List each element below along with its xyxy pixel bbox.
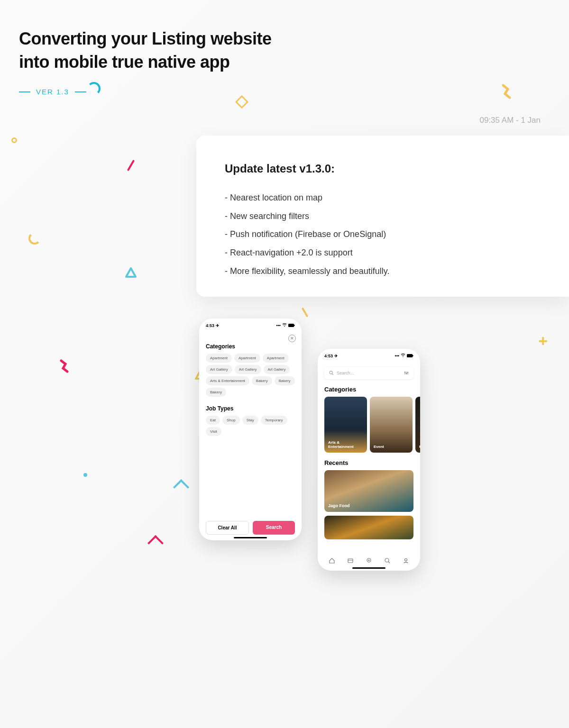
svg-point-6 bbox=[330, 371, 332, 374]
update-card: Update latest v1.3.0: - Nearest location… bbox=[196, 136, 569, 297]
svg-point-18 bbox=[385, 558, 389, 562]
jobtypes-chips: Eat Shop Stay Temporary Visit bbox=[199, 416, 302, 436]
version-label: VER 1.3 bbox=[36, 88, 69, 96]
list-icon[interactable] bbox=[347, 557, 354, 564]
category-chip[interactable]: Art Gallery bbox=[206, 365, 232, 374]
search-input[interactable]: Search... bbox=[324, 367, 413, 379]
jobtype-chip[interactable]: Eat bbox=[206, 416, 220, 425]
jobtype-chip[interactable]: Shop bbox=[222, 416, 240, 425]
pin-icon[interactable] bbox=[366, 557, 372, 564]
search-button[interactable]: Search bbox=[253, 521, 295, 535]
clear-all-button[interactable]: Clear All bbox=[206, 521, 249, 535]
category-chip[interactable]: Apartment bbox=[263, 354, 289, 363]
battery-icon bbox=[288, 323, 295, 328]
category-label: Fo bbox=[419, 445, 420, 449]
version-row: VER 1.3 bbox=[19, 88, 86, 96]
headline-line2: into mobile true native app bbox=[19, 51, 272, 74]
search-placeholder: Search... bbox=[337, 371, 354, 375]
triangle-icon bbox=[125, 267, 137, 279]
recent-label: Jago Food bbox=[328, 503, 350, 508]
category-card[interactable]: Arts & Entertainment bbox=[324, 397, 367, 453]
page-title: Converting your Listing website into mob… bbox=[19, 27, 272, 73]
status-bar: 4:53 ✈ ••• bbox=[199, 318, 302, 330]
phone-filters: 4:53 ✈ ••• ✕ Categories Apartment Apartm… bbox=[199, 318, 302, 540]
update-item: - Push notification (Firebase or OneSign… bbox=[225, 225, 541, 244]
category-card[interactable]: Event bbox=[370, 397, 413, 453]
categories-row[interactable]: Arts & Entertainment Event Fo bbox=[318, 397, 420, 453]
category-chip[interactable]: Bakery bbox=[252, 376, 272, 385]
plus-icon: + bbox=[538, 332, 548, 350]
status-time: 4:53 ✈ bbox=[206, 323, 220, 328]
svg-point-3 bbox=[403, 356, 404, 357]
recent-card[interactable] bbox=[324, 516, 413, 539]
search-icon[interactable] bbox=[384, 557, 391, 564]
categories-heading: Categories bbox=[199, 343, 302, 350]
svg-rect-14 bbox=[348, 559, 353, 563]
diagonal-line-icon bbox=[127, 160, 135, 172]
bottom-nav bbox=[318, 555, 420, 567]
update-item: - New searching filters bbox=[225, 207, 541, 226]
recent-card[interactable]: Jago Food bbox=[324, 470, 413, 512]
timestamp: 09:35 AM - 1 Jan bbox=[479, 116, 541, 125]
diamond-icon bbox=[235, 95, 248, 109]
update-title: Update latest v1.3.0: bbox=[225, 162, 541, 175]
signal-icon: ••• bbox=[276, 323, 281, 328]
svg-line-7 bbox=[332, 374, 334, 375]
category-chip[interactable]: Art Gallery bbox=[235, 365, 261, 374]
update-list: - Nearest location on map - New searchin… bbox=[225, 189, 541, 280]
user-icon[interactable] bbox=[403, 557, 409, 564]
svg-point-0 bbox=[284, 326, 285, 327]
jobtype-chip[interactable]: Visit bbox=[206, 427, 221, 436]
arc-icon bbox=[87, 82, 101, 95]
svg-point-13 bbox=[407, 372, 408, 373]
category-label: Arts & Entertainment bbox=[328, 440, 363, 449]
jobtype-chip[interactable]: Stay bbox=[242, 416, 258, 425]
svg-rect-2 bbox=[294, 325, 295, 326]
jobtypes-heading: Job Types bbox=[199, 405, 302, 412]
caret-up-icon bbox=[147, 535, 164, 551]
category-label: Event bbox=[374, 445, 384, 449]
filter-icon[interactable] bbox=[404, 371, 409, 375]
caret-up-icon bbox=[173, 479, 189, 495]
svg-point-17 bbox=[368, 560, 369, 561]
update-item: - React-navigation +2.0 is support bbox=[225, 244, 541, 262]
headline-line1: Converting your Listing website bbox=[19, 27, 272, 51]
home-indicator-icon bbox=[234, 537, 267, 538]
circle-icon bbox=[11, 137, 17, 143]
dash-icon bbox=[19, 91, 30, 92]
svg-point-20 bbox=[405, 559, 407, 561]
arc-icon bbox=[28, 232, 41, 245]
jobtype-chip[interactable]: Temporary bbox=[261, 416, 287, 425]
diagonal-line-icon bbox=[302, 307, 308, 317]
svg-rect-5 bbox=[413, 355, 413, 356]
category-chip[interactable]: Arts & Entertainment bbox=[206, 376, 249, 385]
category-chip[interactable]: Apartment bbox=[206, 354, 232, 363]
signal-icon: ••• bbox=[395, 354, 399, 358]
home-indicator-icon bbox=[352, 567, 385, 569]
recents-heading: Recents bbox=[318, 459, 420, 466]
svg-rect-1 bbox=[288, 324, 294, 327]
categories-heading: Categories bbox=[318, 386, 420, 393]
phone-footer: Clear All Search bbox=[206, 521, 295, 535]
category-card[interactable]: Fo bbox=[415, 397, 420, 453]
dot-icon bbox=[83, 473, 87, 477]
category-chip[interactable]: Apartment bbox=[234, 354, 260, 363]
close-button[interactable]: ✕ bbox=[288, 335, 296, 342]
dash-icon bbox=[75, 91, 86, 92]
status-icons: ••• bbox=[395, 354, 413, 358]
wifi-icon bbox=[282, 323, 287, 328]
category-chip[interactable]: Art Gallery bbox=[264, 365, 290, 374]
svg-line-19 bbox=[388, 562, 390, 563]
categories-chips: Apartment Apartment Apartment Art Galler… bbox=[199, 354, 302, 397]
status-time: 4:53 ✈ bbox=[324, 354, 338, 358]
wifi-icon bbox=[401, 354, 405, 358]
category-chip[interactable]: Bakery bbox=[206, 388, 226, 397]
update-item: - More flexibility, seamlessly and beaut… bbox=[225, 262, 541, 281]
phone-home: 4:53 ✈ ••• Search... Categories Arts & E… bbox=[318, 349, 420, 571]
home-icon[interactable] bbox=[329, 557, 335, 564]
category-chip[interactable]: Bakery bbox=[275, 376, 295, 385]
status-icons: ••• bbox=[276, 323, 295, 328]
zigzag-icon bbox=[500, 82, 519, 100]
battery-icon bbox=[407, 354, 413, 358]
svg-rect-4 bbox=[407, 354, 413, 357]
